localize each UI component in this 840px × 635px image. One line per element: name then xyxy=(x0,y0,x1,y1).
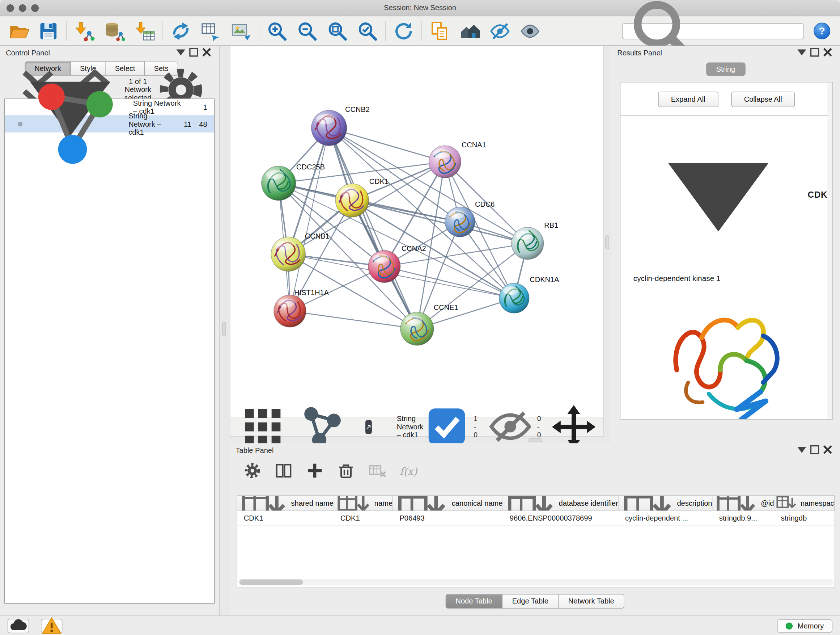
table-cell[interactable]: stringdb:9... xyxy=(713,511,775,525)
column-header--id[interactable]: @id xyxy=(713,496,775,510)
node-RB1[interactable] xyxy=(512,227,544,260)
save-session-button[interactable] xyxy=(38,19,59,42)
column-header-name[interactable]: name xyxy=(334,496,393,510)
table-cell[interactable]: cyclin-dependent ... xyxy=(619,511,713,525)
delete-table-icon xyxy=(368,461,387,482)
table-horizontal-scrollbar[interactable] xyxy=(238,579,834,585)
node-CDC25B[interactable] xyxy=(262,166,296,201)
splitter-handle[interactable] xyxy=(529,439,543,442)
help-button[interactable]: ? xyxy=(813,22,830,39)
scrollbar-thumb[interactable] xyxy=(240,580,303,585)
node-CCNA2[interactable] xyxy=(368,250,401,283)
table-settings-button[interactable] xyxy=(243,462,262,481)
home-button[interactable] xyxy=(459,19,481,42)
network-view-canvas[interactable]: CCNB2CCNA1CDC25BCDK1CDC6RB1CCNB1CCNA2CDK… xyxy=(230,46,604,417)
new-network-table-button[interactable] xyxy=(200,19,222,42)
edge-CCNB2-CCNE1[interactable] xyxy=(329,128,417,329)
edge-CCNB2-CCNA1[interactable] xyxy=(329,128,445,162)
search-box[interactable] xyxy=(622,23,804,39)
network-row-selected[interactable]: String Network – cdk1 11 48 xyxy=(5,115,214,133)
panel-maximize-button[interactable] xyxy=(808,443,821,457)
expand-all-button[interactable]: Expand All xyxy=(658,92,718,107)
panel-maximize-button[interactable] xyxy=(187,46,201,60)
table-cell[interactable]: CDK1 xyxy=(334,511,393,525)
column-header-description[interactable]: description xyxy=(619,496,713,510)
delete-column-button[interactable] xyxy=(336,462,356,481)
panel-close-button[interactable] xyxy=(821,443,834,457)
cloud-icon xyxy=(8,616,28,635)
splitter-handle[interactable] xyxy=(222,322,226,336)
table-row[interactable]: CDK1CDK1P064939606.ENSP00000378699cyclin… xyxy=(237,511,835,526)
edge-CCNE1-HIST1H1A[interactable] xyxy=(290,311,417,329)
refresh-button[interactable] xyxy=(393,19,415,42)
splitter-handle[interactable] xyxy=(605,235,609,249)
node-CCNA1[interactable] xyxy=(429,146,461,178)
import-network-file-button[interactable] xyxy=(74,19,95,42)
open-session-icon xyxy=(8,20,29,42)
table-cell[interactable]: P06493 xyxy=(393,511,503,525)
column-header-namespac[interactable]: namespac xyxy=(775,496,835,510)
table-cell[interactable]: 9606.ENSP00000378699 xyxy=(503,511,619,525)
search-input[interactable] xyxy=(704,27,799,35)
status-bar: Memory xyxy=(0,616,840,635)
show-columns-button[interactable] xyxy=(274,462,294,481)
network-merge-button[interactable] xyxy=(170,19,192,42)
edge-CCNB2-HIST1H1A[interactable] xyxy=(290,128,329,311)
cloud-status-button[interactable] xyxy=(8,618,29,633)
node-CDC6[interactable] xyxy=(445,207,475,237)
panel-float-button[interactable] xyxy=(174,46,187,60)
trash-icon xyxy=(336,461,356,482)
import-table-button[interactable] xyxy=(134,19,156,42)
node-CCNB1[interactable] xyxy=(271,237,305,271)
tab-string[interactable]: String xyxy=(706,63,745,76)
chevron-down-icon xyxy=(796,443,808,457)
window-controls xyxy=(6,4,39,12)
node-HIST1H1A[interactable] xyxy=(274,295,306,327)
delete-table-button xyxy=(368,462,387,481)
node-CDKN1A[interactable] xyxy=(499,283,529,313)
network-merge-icon xyxy=(170,20,192,42)
table-cell[interactable]: CDK1 xyxy=(237,511,334,525)
hide-panels-button[interactable] xyxy=(489,19,511,42)
zoom-out-button[interactable] xyxy=(297,19,318,42)
panel-float-button[interactable] xyxy=(796,46,808,60)
node-CCNB2[interactable] xyxy=(311,110,347,146)
node-CDK1[interactable] xyxy=(335,184,369,217)
panel-maximize-button[interactable] xyxy=(808,46,821,60)
export-image-button[interactable] xyxy=(231,19,252,42)
column-header-shared-name[interactable]: shared name xyxy=(237,496,334,510)
results-scrollbar[interactable] xyxy=(828,82,832,419)
copy-document-button[interactable] xyxy=(429,19,451,42)
show-eye-button[interactable] xyxy=(519,19,541,42)
warnings-button[interactable] xyxy=(41,618,63,633)
panel-close-button[interactable] xyxy=(821,46,834,60)
open-session-button[interactable] xyxy=(8,19,29,42)
column-header-database-identifier[interactable]: database identifier xyxy=(503,496,619,510)
table-cell[interactable]: stringdb xyxy=(775,511,835,525)
zoom-in-button[interactable] xyxy=(266,19,288,42)
maximize-icon xyxy=(808,443,821,457)
string-network-graph[interactable]: CCNB2CCNA1CDC25BCDK1CDC6RB1CCNB1CCNA2CDK… xyxy=(231,46,603,417)
memory-button[interactable]: Memory xyxy=(777,619,832,632)
add-column-button[interactable] xyxy=(305,462,325,481)
export-view-button[interactable] xyxy=(365,420,372,434)
function-builder-button: f(x) xyxy=(399,462,418,481)
column-header-canonical-name[interactable]: canonical name xyxy=(393,496,503,510)
close-window-button[interactable] xyxy=(6,4,14,12)
entry-disclosure-icon[interactable] xyxy=(645,122,791,268)
zoom-fit-button[interactable] xyxy=(327,19,348,42)
tab-network-table[interactable]: Network Table xyxy=(559,594,624,608)
panel-float-button[interactable] xyxy=(796,443,808,457)
collapse-all-button[interactable]: Collapse All xyxy=(731,92,795,107)
tab-edge-table[interactable]: Edge Table xyxy=(502,594,559,608)
import-network-database-button[interactable] xyxy=(104,19,126,42)
node-CCNE1[interactable] xyxy=(401,312,434,345)
window-title: Session: New Session xyxy=(384,4,456,11)
panel-close-button[interactable] xyxy=(200,46,213,60)
maximize-window-button[interactable] xyxy=(31,4,39,12)
minimize-window-button[interactable] xyxy=(19,4,27,12)
tab-node-table[interactable]: Node Table xyxy=(445,594,502,608)
string-results-box: Expand All Collapse All CDK1 cyclin-depe… xyxy=(620,82,833,420)
zoom-selected-button[interactable] xyxy=(357,19,378,42)
network-selection-summary: 1 of 1 Network selected xyxy=(125,78,152,102)
